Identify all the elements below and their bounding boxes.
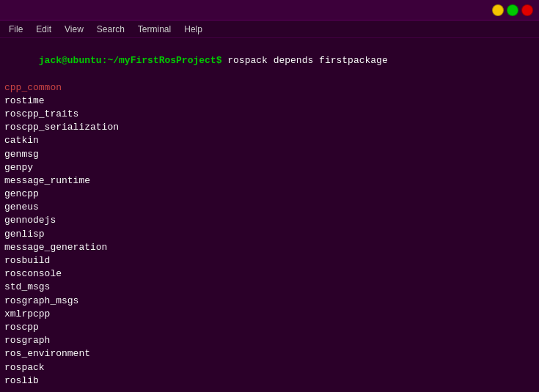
output-line: rosgraph (4, 334, 535, 347)
output-line: xmlrpcpp (4, 308, 535, 321)
output-line: roscpp_serialization (4, 121, 535, 134)
output-line: gencpp (4, 188, 535, 201)
output-line: roscpp (4, 321, 535, 334)
output-line: gennodejs (4, 214, 535, 227)
menu-item-help[interactable]: Help (178, 23, 208, 36)
command-line: jack@ubuntu:~/myFirstRosProject$ rospack… (4, 41, 535, 81)
menu-item-view[interactable]: View (59, 23, 89, 36)
command-text: rospack depends firstpackage (221, 55, 387, 66)
output-line: genlisp (4, 228, 535, 241)
menu-bar: FileEditViewSearchTerminalHelp (0, 21, 539, 38)
output-line: rosconsole (4, 267, 535, 281)
output-line: rospy (4, 388, 535, 389)
output-line: rosbuild (4, 254, 535, 267)
output-line: message_generation (4, 241, 535, 254)
output-line: rosgraph_msgs (4, 295, 535, 308)
minimize-button[interactable] (492, 4, 504, 16)
window-controls (492, 4, 533, 16)
menu-item-terminal[interactable]: Terminal (132, 23, 177, 36)
terminal-window[interactable]: jack@ubuntu:~/myFirstRosProject$ rospack… (0, 38, 539, 392)
output-line: roscpp_traits (4, 108, 535, 121)
close-button[interactable] (521, 4, 533, 16)
output-line: genmsg (4, 148, 535, 161)
output-line: roslib (4, 374, 535, 388)
output-line: rostime (4, 95, 535, 108)
output-line: geneus (4, 201, 535, 214)
output-line: rospack (4, 361, 535, 374)
output-line: catkin (4, 134, 535, 147)
terminal-content[interactable]: jack@ubuntu:~/myFirstRosProject$ rospack… (4, 41, 535, 389)
menu-item-file[interactable]: File (3, 23, 29, 36)
maximize-button[interactable] (507, 4, 518, 16)
title-bar (0, 0, 539, 21)
output-line: cpp_common (4, 81, 535, 95)
output-line: message_runtime (4, 174, 535, 188)
output-line: genpy (4, 161, 535, 174)
output-lines: cpp_commonrostimeroscpp_traitsroscpp_ser… (4, 81, 535, 389)
output-line: ros_environment (4, 347, 535, 360)
menu-item-edit[interactable]: Edit (30, 23, 57, 36)
menu-item-search[interactable]: Search (91, 23, 131, 36)
output-line: std_msgs (4, 281, 535, 294)
prompt-1: jack@ubuntu:~/myFirstRosProject$ (39, 55, 222, 66)
